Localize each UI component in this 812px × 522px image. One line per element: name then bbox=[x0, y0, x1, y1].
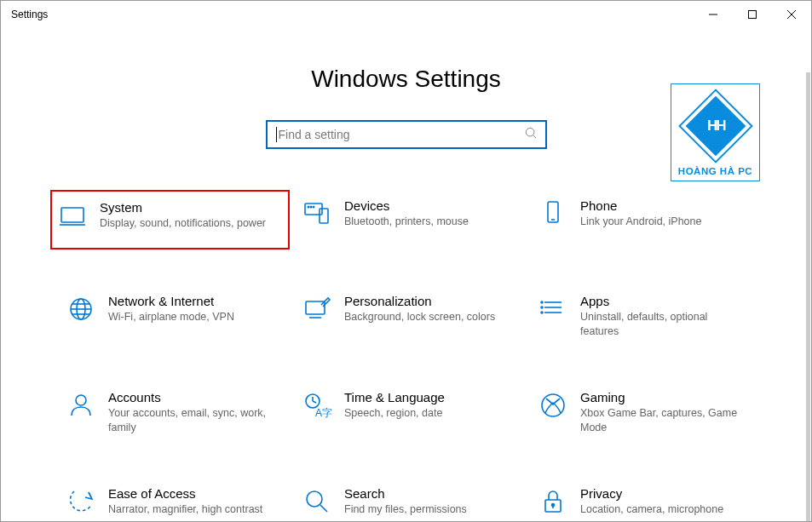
logo-diamond-icon: HH bbox=[679, 89, 752, 163]
tile-ease-of-access[interactable]: Ease of Access Narrator, magnifier, high… bbox=[60, 479, 279, 522]
tile-title: Search bbox=[344, 486, 507, 501]
svg-point-26 bbox=[541, 307, 543, 308]
devices-icon bbox=[302, 198, 332, 229]
tile-desc: Find my files, permissions bbox=[344, 502, 507, 517]
svg-rect-9 bbox=[320, 209, 328, 223]
page-header: Windows Settings HH HOÀNG HÀ PC bbox=[1, 28, 811, 93]
tile-desc: Link your Android, iPhone bbox=[580, 215, 743, 229]
tile-desc: Background, lock screen, colors bbox=[344, 310, 507, 324]
scrollbar[interactable] bbox=[806, 72, 810, 522]
tile-title: Time & Language bbox=[344, 390, 507, 404]
tile-gaming[interactable]: Gaming Xbox Game Bar, captures, Game Mod… bbox=[533, 383, 752, 440]
search-icon bbox=[525, 127, 537, 142]
svg-line-31 bbox=[313, 401, 316, 403]
minimize-button[interactable] bbox=[694, 1, 733, 28]
tile-title: Gaming bbox=[580, 390, 743, 404]
svg-rect-1 bbox=[749, 11, 757, 19]
tile-title: Apps bbox=[580, 294, 743, 308]
svg-text:A字: A字 bbox=[315, 407, 332, 419]
maximize-button[interactable] bbox=[733, 1, 772, 28]
tile-title: Personalization bbox=[344, 294, 507, 308]
svg-point-28 bbox=[76, 395, 86, 405]
search-input[interactable] bbox=[277, 128, 525, 141]
svg-point-25 bbox=[541, 301, 543, 303]
logo-label: HOÀNG HÀ PC bbox=[678, 166, 752, 176]
tile-desc: Speech, region, date bbox=[344, 406, 507, 421]
tile-system[interactable]: System Display, sound, notifications, po… bbox=[50, 190, 290, 250]
tile-devices[interactable]: Devices Bluetooth, printers, mouse bbox=[297, 192, 515, 248]
logo-mark: HH bbox=[706, 118, 724, 135]
tile-title: Devices bbox=[344, 198, 507, 213]
content-area: Windows Settings HH HOÀNG HÀ PC System D… bbox=[1, 28, 811, 522]
phone-icon bbox=[538, 198, 568, 229]
tile-title: Network & Internet bbox=[108, 294, 271, 308]
magnifier-icon bbox=[302, 486, 332, 517]
globe-icon bbox=[66, 294, 96, 324]
brush-icon bbox=[302, 294, 332, 324]
tile-desc: Display, sound, notifications, power bbox=[100, 216, 279, 231]
time-language-icon: A字 bbox=[302, 390, 332, 421]
tile-privacy[interactable]: Privacy Location, camera, microphone bbox=[533, 479, 752, 522]
person-icon bbox=[66, 390, 96, 421]
tile-desc: Narrator, magnifier, high contrast bbox=[108, 502, 271, 517]
tile-apps[interactable]: Apps Uninstall, defaults, optional featu… bbox=[533, 287, 752, 344]
tile-network[interactable]: Network & Internet Wi-Fi, airplane mode,… bbox=[60, 287, 279, 344]
tile-desc: Wi-Fi, airplane mode, VPN bbox=[108, 310, 271, 324]
ease-of-access-icon bbox=[66, 486, 96, 517]
system-icon bbox=[57, 200, 88, 231]
svg-point-4 bbox=[526, 128, 534, 136]
svg-point-11 bbox=[310, 206, 311, 207]
svg-rect-6 bbox=[61, 208, 84, 222]
brand-logo: HH HOÀNG HÀ PC bbox=[671, 83, 760, 181]
titlebar: Settings bbox=[1, 1, 811, 28]
tile-desc: Xbox Game Bar, captures, Game Mode bbox=[580, 406, 743, 435]
svg-line-35 bbox=[320, 505, 327, 512]
window-controls bbox=[694, 1, 811, 28]
tile-phone[interactable]: Phone Link your Android, iPhone bbox=[533, 192, 752, 248]
tile-desc: Your accounts, email, sync, work, family bbox=[108, 406, 271, 435]
tile-personalization[interactable]: Personalization Background, lock screen,… bbox=[297, 287, 515, 344]
tile-desc: Location, camera, microphone bbox=[580, 502, 743, 517]
search-box[interactable] bbox=[266, 120, 547, 149]
settings-grid: System Display, sound, notifications, po… bbox=[1, 192, 811, 522]
tile-title: Ease of Access bbox=[108, 486, 271, 501]
tile-time[interactable]: A字 Time & Language Speech, region, date bbox=[297, 383, 515, 440]
tile-search[interactable]: Search Find my files, permissions bbox=[297, 479, 515, 522]
tile-title: Phone bbox=[580, 198, 743, 213]
svg-point-12 bbox=[313, 206, 314, 207]
lock-icon bbox=[538, 486, 568, 517]
svg-point-10 bbox=[308, 206, 308, 207]
svg-point-34 bbox=[307, 491, 322, 507]
svg-point-27 bbox=[541, 312, 543, 313]
xbox-icon bbox=[538, 390, 568, 421]
tile-title: Accounts bbox=[108, 390, 271, 404]
tile-title: Privacy bbox=[580, 486, 743, 501]
apps-icon bbox=[538, 294, 568, 324]
window-title: Settings bbox=[11, 9, 48, 20]
tile-desc: Bluetooth, printers, mouse bbox=[344, 215, 507, 229]
tile-desc: Uninstall, defaults, optional features bbox=[580, 310, 743, 339]
tile-title: System bbox=[100, 200, 279, 215]
close-button[interactable] bbox=[772, 1, 811, 28]
tile-accounts[interactable]: Accounts Your accounts, email, sync, wor… bbox=[60, 383, 279, 440]
svg-line-5 bbox=[533, 135, 536, 139]
